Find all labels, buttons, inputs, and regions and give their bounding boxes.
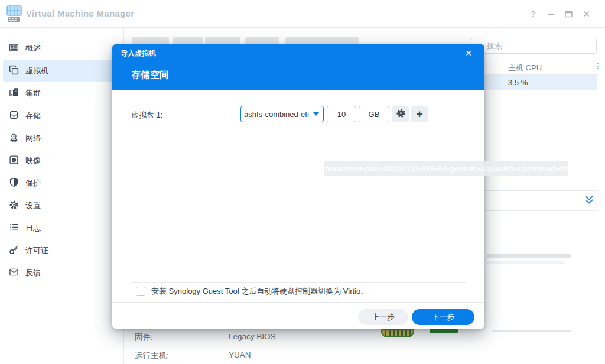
previous-step-button[interactable]: 上一步 (358, 309, 408, 325)
guest-tool-checkbox-label: 安装 Synology Guest Tool 之后自动将硬盘控制器切换为 Vir… (151, 286, 368, 297)
sidebar-item-label: 网络 (25, 133, 41, 144)
image-icon (9, 155, 19, 167)
running-host-label: 运行主机: (135, 350, 169, 361)
dialog-header: 导入虚拟机 ✕ 存储空间 (112, 44, 484, 90)
sidebar-item-label: 日志 (25, 223, 41, 233)
usage-bar (487, 254, 571, 258)
checkbox-separator (131, 282, 466, 283)
gear-icon (396, 108, 406, 121)
search-input[interactable]: 搜索 (471, 38, 597, 54)
sidebar-item-label: 概述 (25, 43, 41, 54)
sidebar-item-label: 映像 (25, 155, 41, 166)
plus-icon: + (416, 108, 422, 121)
host-cpu-column-header: 主机 CPU (508, 63, 542, 73)
import-vm-dialog: 导入虚拟机 ✕ 存储空间 虚拟盘 1: ashfs-combined-efi 1… (112, 44, 484, 329)
maximize-icon[interactable] (564, 9, 573, 19)
disk-unit-select[interactable]: GB (359, 106, 389, 122)
disk-image-select[interactable]: ashfs-combined-efi (240, 106, 324, 122)
sidebar-item-10[interactable]: 许可证 (3, 239, 121, 262)
firmware-value: Legacy BIOS (229, 332, 276, 341)
sidebar-item-1[interactable]: 概述 (3, 37, 121, 60)
image-name-tooltip: bleachwrt-plus-20251123-x86-64-generic-s… (324, 161, 568, 176)
chevron-down-icon (313, 112, 319, 116)
add-disk-button[interactable]: + (411, 106, 428, 122)
usage-bar-track (487, 261, 564, 264)
app-title: Virtual Machine Manager (26, 8, 134, 18)
sidebar-item-6[interactable]: 映像 (3, 150, 121, 172)
sidebar-item-label: 许可证 (25, 245, 48, 256)
cluster-icon (9, 87, 19, 100)
sidebar-item-3[interactable]: 集群 (3, 82, 121, 105)
sidebar-item-label: 设置 (25, 200, 41, 211)
disk-size-input[interactable]: 10 (327, 106, 356, 122)
network-icon (9, 132, 19, 145)
expand-details-icon[interactable] (584, 195, 594, 207)
hardware-bar-graphic (430, 329, 458, 333)
help-icon[interactable]: ? (528, 9, 538, 19)
sidebar-item-label: 虚拟机 (25, 66, 48, 76)
sidebar-item-label: 集群 (25, 88, 41, 99)
window-titlebar: Virtual Machine Manager ? (0, 0, 605, 28)
next-step-button[interactable]: 下一步 (412, 309, 474, 325)
hardware-chip-graphic (381, 329, 414, 337)
sidebar-item-label: 存储 (25, 110, 41, 121)
virtual-disk-label: 虚拟盘 1: (131, 110, 162, 121)
disk-settings-button[interactable] (392, 106, 409, 122)
sidebar-item-8[interactable]: 设置 (3, 194, 121, 217)
sidebar-item-5[interactable]: 网络 (3, 127, 121, 150)
sidebar-item-11[interactable]: 反馈 (3, 262, 121, 284)
dialog-step-title: 存储空间 (131, 69, 169, 82)
guest-tool-checkbox[interactable] (136, 287, 145, 296)
sidebar-item-7[interactable]: 保护 (3, 172, 121, 194)
disk-image-select-value: ashfs-combined-efi (241, 110, 313, 119)
column-menu-icon[interactable]: ⋮ (594, 61, 602, 70)
minimize-icon[interactable] (546, 9, 555, 19)
vm-icon (9, 65, 19, 77)
sidebar-item-label: 反馈 (25, 268, 41, 278)
storage-icon (9, 110, 19, 122)
footer-separator (112, 302, 484, 303)
overview-icon (9, 43, 19, 55)
close-window-icon[interactable] (581, 9, 591, 19)
vmm-app-icon (6, 5, 22, 25)
dialog-close-icon[interactable]: ✕ (463, 48, 474, 58)
sidebar-item-label: 保护 (25, 178, 41, 188)
running-host-value: YUAN (229, 350, 251, 359)
sidebar-item-2[interactable]: 虚拟机 (3, 60, 121, 82)
firmware-label: 固件: (135, 332, 153, 343)
host-cpu-value: 3.5 % (508, 78, 528, 87)
hardware-line-graphic (492, 330, 571, 332)
sidebar-item-4[interactable]: 存储 (3, 105, 121, 127)
dialog-title: 导入虚拟机 (121, 48, 156, 58)
sidebar-item-9[interactable]: 日志 (3, 217, 121, 239)
settings-icon (9, 200, 19, 212)
sidebar: 概述虚拟机集群存储网络映像保护设置日志许可证反馈 (0, 28, 123, 364)
license-icon (9, 245, 19, 257)
log-icon (9, 222, 19, 235)
feedback-icon (9, 267, 19, 280)
protection-icon (9, 177, 19, 190)
